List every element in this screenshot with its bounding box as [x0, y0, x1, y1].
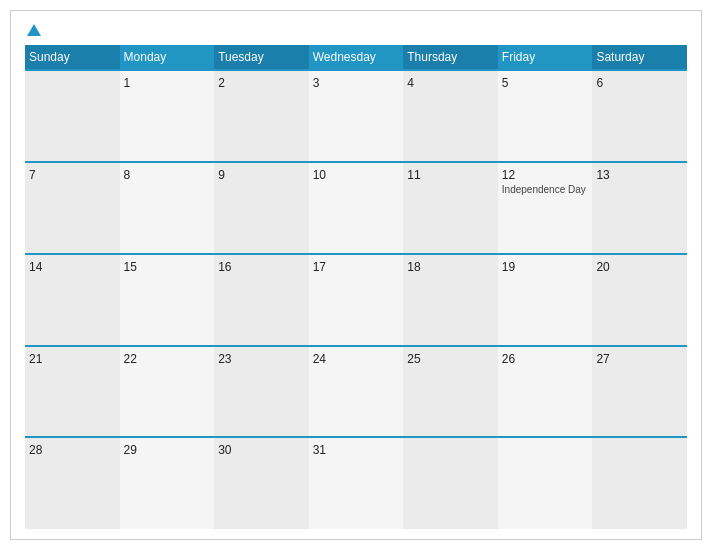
day-number: 28 — [29, 443, 116, 457]
calendar-table: SundayMondayTuesdayWednesdayThursdayFrid… — [25, 45, 687, 529]
weekday-header-monday: Monday — [120, 45, 215, 70]
calendar-cell: 30 — [214, 437, 309, 529]
day-number: 31 — [313, 443, 400, 457]
logo — [25, 23, 41, 37]
day-number: 2 — [218, 76, 305, 90]
day-number: 1 — [124, 76, 211, 90]
calendar-cell: 10 — [309, 162, 404, 254]
calendar-cell: 8 — [120, 162, 215, 254]
day-number: 24 — [313, 352, 400, 366]
calendar-cell — [592, 437, 687, 529]
calendar-cell: 4 — [403, 70, 498, 162]
day-number: 9 — [218, 168, 305, 182]
day-number: 18 — [407, 260, 494, 274]
day-number: 15 — [124, 260, 211, 274]
calendar-cell: 5 — [498, 70, 593, 162]
calendar-week-row: 123456 — [25, 70, 687, 162]
logo-triangle-icon — [27, 24, 41, 36]
calendar-cell — [498, 437, 593, 529]
calendar-cell: 17 — [309, 254, 404, 346]
calendar-cell: 9 — [214, 162, 309, 254]
calendar-cell: 16 — [214, 254, 309, 346]
weekday-header-tuesday: Tuesday — [214, 45, 309, 70]
logo-top — [25, 23, 41, 37]
day-number: 13 — [596, 168, 683, 182]
calendar-cell: 25 — [403, 346, 498, 438]
day-number: 17 — [313, 260, 400, 274]
calendar-week-row: 28293031 — [25, 437, 687, 529]
calendar-cell: 15 — [120, 254, 215, 346]
day-number: 25 — [407, 352, 494, 366]
calendar-cell — [25, 70, 120, 162]
calendar-cell: 3 — [309, 70, 404, 162]
day-number: 6 — [596, 76, 683, 90]
calendar-cell: 19 — [498, 254, 593, 346]
day-number: 21 — [29, 352, 116, 366]
calendar-cell: 26 — [498, 346, 593, 438]
calendar-cell: 31 — [309, 437, 404, 529]
day-number: 30 — [218, 443, 305, 457]
weekday-header-saturday: Saturday — [592, 45, 687, 70]
day-number: 22 — [124, 352, 211, 366]
calendar-cell: 12Independence Day — [498, 162, 593, 254]
day-number: 20 — [596, 260, 683, 274]
day-number: 3 — [313, 76, 400, 90]
calendar-cell: 21 — [25, 346, 120, 438]
calendar-cell: 14 — [25, 254, 120, 346]
day-number: 23 — [218, 352, 305, 366]
calendar-cell: 7 — [25, 162, 120, 254]
calendar-header — [25, 23, 687, 37]
day-number: 12 — [502, 168, 589, 182]
day-number: 14 — [29, 260, 116, 274]
day-number: 10 — [313, 168, 400, 182]
calendar-cell: 6 — [592, 70, 687, 162]
calendar-cell: 24 — [309, 346, 404, 438]
weekday-header-wednesday: Wednesday — [309, 45, 404, 70]
calendar-cell: 2 — [214, 70, 309, 162]
calendar-cell: 29 — [120, 437, 215, 529]
weekday-header-row: SundayMondayTuesdayWednesdayThursdayFrid… — [25, 45, 687, 70]
calendar-cell — [403, 437, 498, 529]
calendar: SundayMondayTuesdayWednesdayThursdayFrid… — [10, 10, 702, 540]
calendar-cell: 27 — [592, 346, 687, 438]
calendar-cell: 11 — [403, 162, 498, 254]
calendar-week-row: 14151617181920 — [25, 254, 687, 346]
weekday-header-thursday: Thursday — [403, 45, 498, 70]
calendar-week-row: 789101112Independence Day13 — [25, 162, 687, 254]
day-number: 27 — [596, 352, 683, 366]
day-number: 19 — [502, 260, 589, 274]
day-event: Independence Day — [502, 184, 589, 195]
day-number: 26 — [502, 352, 589, 366]
calendar-cell: 23 — [214, 346, 309, 438]
weekday-header-friday: Friday — [498, 45, 593, 70]
calendar-cell: 22 — [120, 346, 215, 438]
calendar-cell: 18 — [403, 254, 498, 346]
day-number: 7 — [29, 168, 116, 182]
day-number: 4 — [407, 76, 494, 90]
day-number: 5 — [502, 76, 589, 90]
calendar-cell: 1 — [120, 70, 215, 162]
calendar-cell: 28 — [25, 437, 120, 529]
weekday-header-sunday: Sunday — [25, 45, 120, 70]
calendar-week-row: 21222324252627 — [25, 346, 687, 438]
calendar-cell: 20 — [592, 254, 687, 346]
day-number: 8 — [124, 168, 211, 182]
calendar-cell: 13 — [592, 162, 687, 254]
day-number: 11 — [407, 168, 494, 182]
day-number: 29 — [124, 443, 211, 457]
day-number: 16 — [218, 260, 305, 274]
